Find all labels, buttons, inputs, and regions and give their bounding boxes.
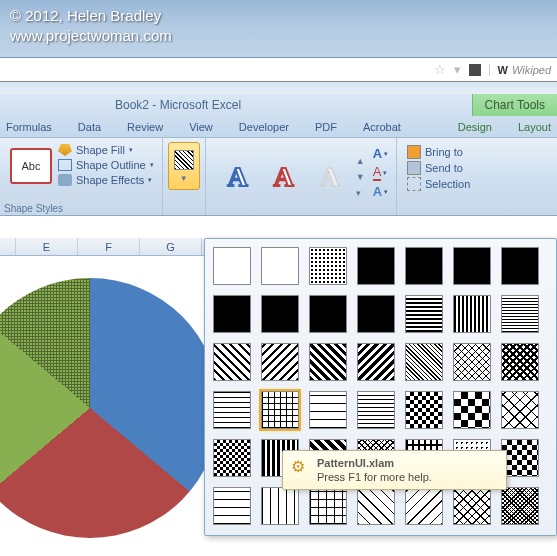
bring-to-front-button[interactable]: Bring to [407,145,470,159]
watermark: © 2012, Helen Bradley www.projectwoman.c… [10,6,172,45]
pattern-swatch[interactable] [309,391,347,429]
pattern-swatch[interactable] [405,343,443,381]
shape-fill-button[interactable]: Shape Fill ▾ [58,144,154,156]
pattern-swatch[interactable] [453,247,491,285]
selection-pane-button[interactable]: Selection [407,177,470,191]
pattern-swatch[interactable] [501,343,539,381]
text-fill-button[interactable]: A▾ [373,146,388,161]
gear-icon: ⚙ [291,457,309,475]
pattern-swatch[interactable] [213,295,251,333]
pattern-swatch[interactable] [309,247,347,285]
wordart-style-1[interactable]: A [218,157,258,197]
tab-view[interactable]: View [185,119,217,135]
shape-effects-button[interactable]: Shape Effects ▾ [58,174,154,186]
tab-developer[interactable]: Developer [235,119,293,135]
pattern-swatch[interactable] [309,343,347,381]
pattern-swatch[interactable] [501,295,539,333]
pattern-swatch[interactable] [405,391,443,429]
pattern-swatch[interactable] [309,295,347,333]
pencil-icon [58,159,72,171]
tab-review[interactable]: Review [123,119,167,135]
pattern-swatch[interactable] [357,295,395,333]
settings-icon[interactable]: ▾ [454,62,461,77]
col-e[interactable]: E [16,238,78,255]
effects-icon [58,174,72,186]
pattern-swatch[interactable] [309,487,347,525]
pattern-swatch[interactable] [453,391,491,429]
tab-data[interactable]: Data [74,119,105,135]
bring-front-icon [407,145,421,159]
pattern-picker-panel [204,238,557,536]
chevron-down-icon: ▼ [180,174,188,183]
text-outline-button[interactable]: A▾ [373,164,388,181]
shape-style-preset[interactable]: Abc [10,148,52,184]
pattern-swatch[interactable] [405,487,443,525]
send-to-back-button[interactable]: Send to [407,161,470,175]
text-effects-button[interactable]: A▾ [373,184,388,199]
wordart-down-icon[interactable]: ▼ [356,172,365,182]
pattern-swatch[interactable] [261,295,299,333]
tab-formulas[interactable]: Formulas [2,119,56,135]
pattern-swatch[interactable] [501,391,539,429]
pattern-swatch[interactable] [261,247,299,285]
favorite-icon[interactable]: ☆ [434,62,446,77]
pattern-swatch-selected[interactable] [261,391,299,429]
pattern-swatch[interactable] [213,439,251,477]
selection-icon [407,177,421,191]
pattern-swatch[interactable] [357,343,395,381]
tab-design[interactable]: Design [454,119,496,135]
tooltip-body: Press F1 for more help. [317,471,432,483]
tab-pdf[interactable]: PDF [311,119,341,135]
send-back-icon [407,161,421,175]
wordart-style-3[interactable]: A [310,157,350,197]
pattern-swatch[interactable] [213,247,251,285]
tooltip-title: PatternUI.xlam [317,457,432,469]
pattern-swatch[interactable] [357,487,395,525]
pattern-swatch[interactable] [261,487,299,525]
pattern-swatch[interactable] [213,487,251,525]
pattern-swatch[interactable] [453,487,491,525]
col-f[interactable]: F [78,238,140,255]
pattern-swatch[interactable] [213,391,251,429]
spacer [0,82,557,94]
pattern-fill-button[interactable]: ▼ [168,142,200,190]
document-title: Book2 - Microsoft Excel [115,98,241,112]
paint-bucket-icon [58,144,72,156]
wordart-style-2[interactable]: A [264,157,304,197]
pattern-swatch[interactable] [357,247,395,285]
context-tab-chart-tools: Chart Tools [472,94,557,116]
col-g[interactable]: G [140,238,202,255]
wikipedia-search[interactable]: WWikiped [489,64,551,76]
pattern-swatch[interactable] [405,295,443,333]
group-label-shape-styles: Shape Styles [4,203,63,214]
ribbon-tabs: Formulas Data Review View Developer PDF … [0,116,557,138]
wordart-more-icon[interactable]: ▾ [356,188,365,198]
app-title-row: Book2 - Microsoft Excel Chart Tools [0,94,557,116]
pattern-swatch[interactable] [501,487,539,525]
tab-layout[interactable]: Layout [514,119,555,135]
tab-acrobat[interactable]: Acrobat [359,119,405,135]
pattern-swatch[interactable] [453,295,491,333]
wordart-up-icon[interactable]: ▲ [356,156,365,166]
pattern-swatch[interactable] [261,343,299,381]
address-bar: ☆ ▾ WWikiped [0,58,557,82]
extension-icon[interactable] [469,64,481,76]
ribbon: Abc Shape Fill ▾ Shape Outline ▾ Shape E… [0,138,557,216]
tooltip: ⚙ PatternUI.xlam Press F1 for more help. [282,450,507,490]
pattern-swatch[interactable] [213,343,251,381]
shape-outline-button[interactable]: Shape Outline ▾ [58,159,154,171]
pattern-swatch[interactable] [405,247,443,285]
pattern-swatch[interactable] [501,247,539,285]
pattern-swatch[interactable] [357,391,395,429]
pattern-swatch[interactable] [453,343,491,381]
pie-pattern-overlay [0,278,220,538]
pattern-preview-icon [174,150,194,170]
